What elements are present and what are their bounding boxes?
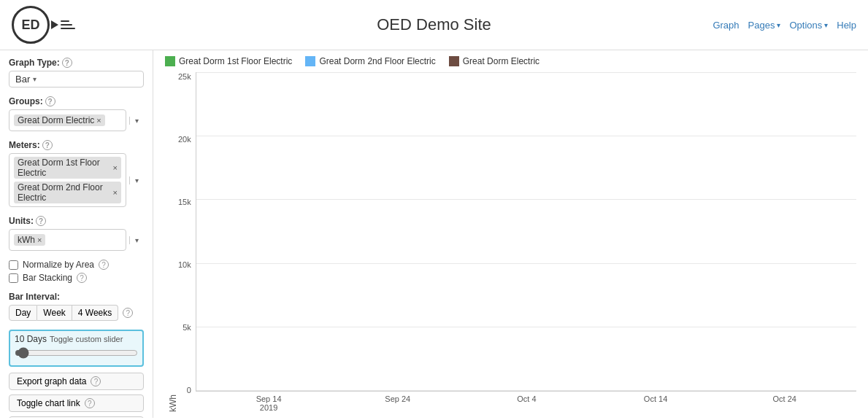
bar-stacking-help-icon[interactable]: ? — [77, 273, 87, 283]
nav-help[interactable]: Help — [837, 20, 856, 31]
groups-input-wrapper: Great Dorm Electric × ▾ — [9, 109, 144, 131]
logo-speaker — [51, 20, 75, 29]
x-label-oct14: Oct 14 — [591, 394, 721, 412]
meter-tag-1st-floor: Great Dorm 1st Floor Electric × — [14, 157, 121, 179]
y-tick-10k: 10k — [178, 260, 191, 269]
normalize-checkbox[interactable] — [9, 260, 18, 270]
export-section: Export graph data ? Toggle chart link ? … — [9, 373, 144, 418]
units-help-icon[interactable]: ? — [36, 216, 46, 226]
legend-color-2nd-floor — [305, 56, 315, 66]
normalize-label: Normalize by Area — [23, 260, 94, 270]
bars-and-grid: Sep 9, 2019 - Sep 18, 2019 Great Dorm 1s… — [196, 72, 856, 392]
bar-stacking-label: Bar Stacking — [23, 273, 72, 283]
meters-tag-input[interactable]: Great Dorm 1st Floor Electric × Great Do… — [9, 153, 126, 207]
y-tick-0: 0 — [187, 386, 191, 394]
chart-legend: Great Dorm 1st Floor Electric Great Dorm… — [165, 56, 856, 66]
nav-options[interactable]: Options — [789, 20, 828, 31]
export-graph-button[interactable]: Export graph data ? — [9, 373, 144, 390]
legend-1st-floor: Great Dorm 1st Floor Electric — [165, 56, 292, 66]
interval-btn-group: Day Week 4 Weeks — [9, 305, 118, 321]
y-tick-25k: 25k — [178, 72, 191, 81]
interval-day-btn[interactable]: Day — [9, 305, 37, 321]
meter-tag-2nd-floor: Great Dorm 2nd Floor Electric × — [14, 182, 121, 203]
custom-days-tooltip-text: Toggle custom slider — [50, 335, 123, 343]
logo-circle: ED — [12, 6, 50, 44]
y-axis: 25k 20k 15k 10k 5k 0 — [178, 72, 196, 412]
legend-color-1st-floor — [165, 56, 175, 66]
slider-container — [15, 347, 138, 361]
logo: ED — [12, 6, 75, 44]
units-dropdown-arrow[interactable]: ▾ — [129, 236, 144, 244]
chart-area: Great Dorm 1st Floor Electric Great Dorm… — [153, 50, 868, 418]
meters-help-icon[interactable]: ? — [42, 140, 53, 150]
y-tick-5k: 5k — [183, 323, 191, 332]
y-axis-label: kWh — [165, 72, 178, 412]
meters-section: Meters: ? Great Dorm 1st Floor Electric … — [9, 140, 144, 207]
graph-type-section: Graph Type: ? Bar ▾ — [9, 58, 144, 88]
interval-4weeks-btn[interactable]: 4 Weeks — [72, 305, 118, 321]
legend-electric: Great Dorm Electric — [449, 56, 539, 66]
meter-tag-1-remove[interactable]: × — [113, 163, 118, 172]
units-input-wrapper: kWh × ▾ — [9, 229, 144, 251]
custom-days-box: 10 Days Toggle custom slider — [9, 330, 144, 367]
toggle-chart-button[interactable]: Toggle chart link ? — [9, 394, 144, 412]
export-help-icon[interactable]: ? — [91, 376, 101, 386]
groups-help-icon[interactable]: ? — [45, 96, 55, 106]
top-nav: Graph Pages Options Help — [713, 20, 856, 31]
normalize-help-icon[interactable]: ? — [99, 260, 109, 270]
x-label-sep14: Sep 142019 — [204, 394, 334, 412]
custom-days-label: 10 Days Toggle custom slider — [15, 334, 138, 344]
legend-label-1st-floor: Great Dorm 1st Floor Electric — [179, 56, 292, 66]
unit-tag-remove[interactable]: × — [37, 236, 42, 244]
groups-section: Groups: ? Great Dorm Electric × ▾ — [9, 96, 144, 131]
bar-stacking-checkbox[interactable] — [9, 273, 18, 283]
meters-input-wrapper: Great Dorm 1st Floor Electric × Great Do… — [9, 153, 144, 207]
x-label-sep24: Sep 24 — [333, 394, 462, 412]
hide-options-button[interactable]: Hide options ? — [9, 416, 144, 418]
y-tick-20k: 20k — [178, 135, 191, 144]
graph-type-dropdown[interactable]: Bar ▾ — [9, 71, 144, 88]
groups-dropdown-arrow[interactable]: ▾ — [129, 117, 144, 125]
sidebar: Graph Type: ? Bar ▾ Groups: ? Great Dorm… — [0, 50, 153, 418]
units-label: Units: ? — [9, 216, 144, 226]
graph-type-label: Graph Type: ? — [9, 58, 144, 68]
bar-interval-section: Bar Interval: Day Week 4 Weeks ? — [9, 292, 144, 321]
graph-type-help-icon[interactable]: ? — [62, 58, 72, 68]
x-label-oct4: Oct 4 — [462, 394, 591, 412]
units-tag-input[interactable]: kWh × — [9, 229, 126, 251]
custom-days-slider[interactable] — [15, 347, 138, 359]
groups-label: Groups: ? — [9, 96, 144, 106]
meters-label: Meters: ? — [9, 140, 144, 150]
graph-type-caret: ▾ — [33, 75, 37, 83]
group-tag-remove[interactable]: × — [96, 116, 101, 125]
legend-2nd-floor: Great Dorm 2nd Floor Electric — [305, 56, 435, 66]
bar-interval-label: Bar Interval: — [9, 292, 144, 302]
group-tag-great-dorm: Great Dorm Electric × — [14, 114, 105, 126]
units-section: Units: ? kWh × ▾ — [9, 216, 144, 251]
checkboxes-section: Normalize by Area ? Bar Stacking ? — [9, 260, 144, 283]
groups-tag-input[interactable]: Great Dorm Electric × — [9, 109, 126, 131]
main-layout: Graph Type: ? Bar ▾ Groups: ? Great Dorm… — [0, 50, 868, 418]
chart-wrapper: kWh 25k 20k 15k 10k 5k 0 — [165, 72, 856, 412]
meters-dropdown-arrow[interactable]: ▾ — [129, 176, 144, 184]
page-title: OED Demo Site — [377, 15, 491, 34]
x-label-oct24: Oct 24 — [720, 394, 849, 412]
nav-graph[interactable]: Graph — [713, 20, 739, 31]
legend-color-electric — [449, 56, 459, 66]
legend-label-2nd-floor: Great Dorm 2nd Floor Electric — [319, 56, 435, 66]
unit-tag-kwh: kWh × — [14, 234, 45, 246]
bar-interval-help-icon[interactable]: ? — [123, 308, 133, 318]
header: ED OED Demo Site Graph Pages Options Hel… — [0, 0, 868, 50]
toggle-help-icon[interactable]: ? — [85, 398, 95, 408]
meter-tag-2-remove[interactable]: × — [113, 188, 118, 197]
bars-container: Sep 9, 2019 - Sep 18, 2019 Great Dorm 1s… — [196, 72, 856, 391]
chart-inner: Sep 9, 2019 - Sep 18, 2019 Great Dorm 1s… — [196, 72, 856, 412]
legend-label-electric: Great Dorm Electric — [463, 56, 539, 66]
normalize-row: Normalize by Area ? — [9, 260, 144, 270]
x-axis: Sep 142019 Sep 24 Oct 4 Oct 14 Oct 24 — [197, 392, 856, 412]
nav-pages[interactable]: Pages — [748, 20, 781, 31]
interval-week-btn[interactable]: Week — [37, 305, 72, 321]
bar-stacking-row: Bar Stacking ? — [9, 273, 144, 283]
y-tick-15k: 15k — [178, 198, 191, 206]
